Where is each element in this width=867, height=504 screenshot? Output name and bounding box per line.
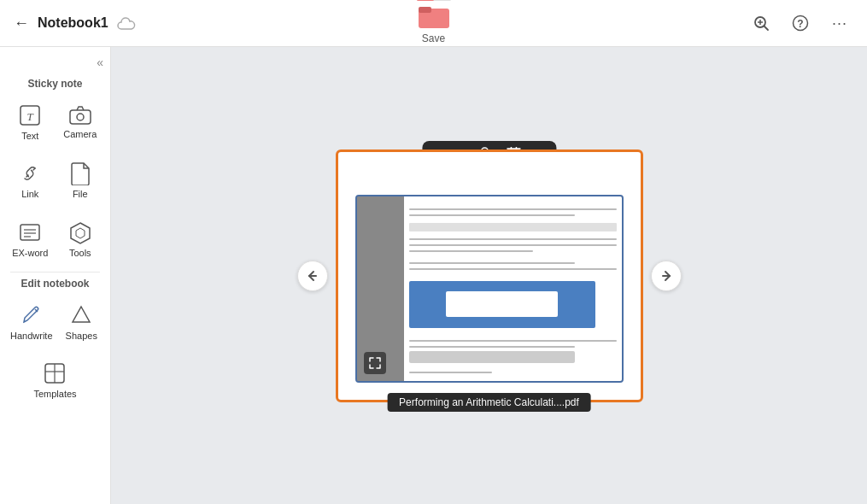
- top-bar-right: ? ···: [747, 9, 853, 37]
- camera-label: Camera: [63, 129, 97, 139]
- text-label: Text: [21, 131, 38, 141]
- save-folder-icon: [419, 3, 449, 28]
- pdf-filename: Performing an Arithmetic Calculati....pd…: [387, 393, 591, 412]
- templates-label: Templates: [33, 389, 76, 399]
- sidebar-grid-row4: Handwrite Shapes: [0, 296, 110, 348]
- pdf-expand-button[interactable]: [364, 352, 386, 374]
- exword-label: EX-word: [12, 248, 48, 258]
- shapes-icon: [69, 303, 93, 327]
- sidebar-grid-row1: T Text Camera: [0, 97, 110, 148]
- tools-label: Tools: [69, 248, 91, 258]
- sidebar: « Sticky note T Text Camera: [0, 47, 111, 504]
- sidebar-grid-row2: Link File: [0, 155, 110, 206]
- tools-icon: [68, 220, 92, 243]
- camera-icon: [68, 103, 92, 126]
- pdf-content-line: [409, 214, 575, 216]
- svg-marker-17: [76, 228, 85, 238]
- file-icon: [70, 161, 91, 185]
- file-label: File: [73, 189, 88, 199]
- svg-line-3: [764, 26, 769, 31]
- save-label: Save: [422, 32, 445, 44]
- sidebar-item-file[interactable]: File: [57, 155, 104, 206]
- sidebar-item-shapes[interactable]: Shapes: [60, 296, 103, 348]
- pdf-top-bar: [409, 223, 617, 231]
- templates-icon: [43, 361, 67, 385]
- svg-text:T: T: [27, 110, 34, 123]
- main-content: Edit ···: [111, 47, 867, 504]
- svg-rect-10: [70, 110, 91, 124]
- handwrite-label: Handwrite: [10, 331, 53, 341]
- pdf-content-line: [409, 268, 617, 270]
- sidebar-divider: [10, 272, 100, 273]
- top-bar-left: ← Notebook1: [14, 15, 136, 32]
- pdf-page-content: [404, 196, 622, 381]
- svg-marker-18: [73, 307, 90, 322]
- zoom-button[interactable]: [747, 9, 775, 37]
- sidebar-item-handwrite[interactable]: Handwrite: [7, 296, 56, 348]
- pdf-gray-section: [409, 351, 575, 363]
- back-button[interactable]: ←: [14, 15, 29, 32]
- pdf-content-line: [409, 372, 492, 373]
- pdf-blue-section: [409, 281, 596, 328]
- pdf-card-container: Edit ···: [336, 149, 643, 402]
- top-bar: ← Notebook1 Save: [0, 0, 867, 47]
- sticky-note-label: Sticky note: [0, 78, 110, 90]
- collapse-button[interactable]: «: [97, 56, 103, 69]
- pdf-content-line: [409, 262, 575, 264]
- sidebar-item-tools[interactable]: Tools: [57, 213, 104, 264]
- pdf-content-line: [409, 346, 575, 348]
- svg-text:?: ?: [797, 18, 803, 30]
- pdf-content-line: [409, 250, 534, 252]
- edit-notebook-label: Edit notebook: [0, 278, 110, 290]
- text-icon: T: [18, 103, 42, 127]
- pdf-content-line: [409, 208, 617, 210]
- save-button[interactable]: Save: [419, 3, 449, 44]
- svg-marker-16: [71, 223, 90, 243]
- svg-rect-1: [419, 7, 431, 13]
- sidebar-item-exword[interactable]: EX-word: [7, 213, 54, 264]
- svg-rect-12: [21, 225, 39, 240]
- notebook-title: Notebook1: [38, 15, 108, 31]
- help-button[interactable]: ?: [787, 9, 814, 37]
- svg-point-11: [77, 114, 84, 120]
- sidebar-item-templates[interactable]: Templates: [30, 355, 79, 406]
- handwrite-icon: [20, 303, 44, 327]
- sidebar-grid-row3: EX-word Tools: [0, 213, 110, 264]
- sidebar-item-link[interactable]: Link: [7, 155, 54, 206]
- more-options-button[interactable]: ···: [826, 9, 853, 37]
- sidebar-grid-row5: Templates: [0, 355, 110, 406]
- pdf-content-line: [409, 244, 617, 246]
- link-icon: [18, 161, 42, 185]
- exword-icon: [18, 220, 42, 243]
- top-bar-center: Save: [419, 3, 449, 44]
- sidebar-item-text[interactable]: T Text: [7, 97, 54, 148]
- pdf-card: Performing an Arithmetic Calculati....pd…: [336, 149, 643, 402]
- link-label: Link: [21, 189, 38, 199]
- pdf-nav-left[interactable]: [297, 261, 328, 291]
- pdf-content-line: [409, 340, 617, 342]
- cloud-icon: [117, 15, 136, 32]
- sidebar-item-camera[interactable]: Camera: [57, 97, 104, 148]
- pdf-content-line: [409, 238, 617, 240]
- shapes-label: Shapes: [66, 331, 97, 341]
- collapse-section: «: [0, 56, 110, 74]
- pdf-preview: [355, 195, 624, 383]
- pdf-nav-right[interactable]: [651, 261, 682, 291]
